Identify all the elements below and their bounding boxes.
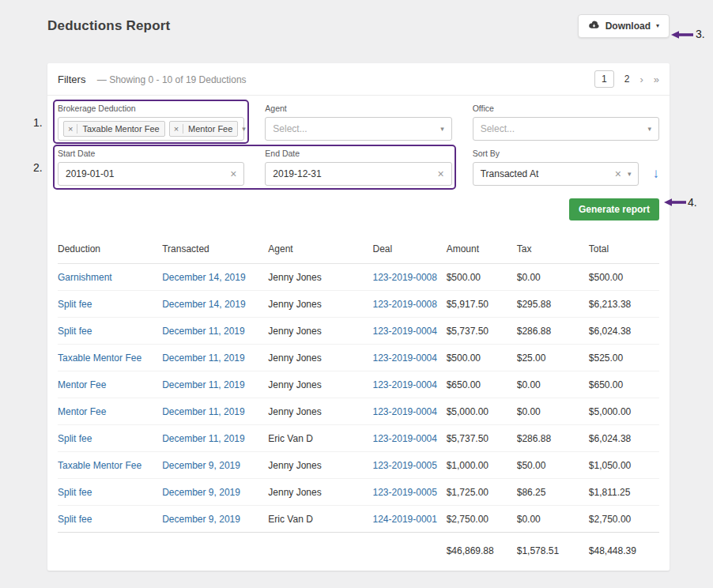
generate-report-button[interactable]: Generate report	[569, 198, 659, 220]
download-button[interactable]: Download ▾	[578, 14, 670, 38]
table-cell: Split fee	[58, 479, 162, 506]
sort-by-select[interactable]: Transacted At × ▾	[473, 162, 639, 186]
office-select[interactable]: Select... ▾	[473, 117, 659, 141]
table-cell: $86.25	[517, 479, 589, 506]
table-cell: $1,050.00	[589, 452, 659, 479]
transacted-date-link[interactable]: December 14, 2019	[162, 272, 245, 283]
start-date-input[interactable]: 2019-01-01 ×	[58, 162, 244, 186]
cloud-download-icon	[588, 21, 600, 32]
totals-row: $46,869.88 $1,578.51 $48,448.39	[58, 533, 659, 562]
remove-tag-icon[interactable]: ×	[64, 124, 77, 134]
deduction-link[interactable]: Split fee	[58, 326, 92, 337]
deduction-link[interactable]: Mentor Fee	[58, 406, 106, 417]
annotation-arrow-3	[671, 30, 693, 40]
deal-number-link[interactable]: 123-2019-0004	[373, 352, 437, 364]
sort-direction-descending-icon[interactable]: ↓	[652, 166, 659, 182]
end-date-input[interactable]: 2019-12-31 ×	[265, 162, 451, 186]
table-cell: $0.00	[517, 371, 589, 398]
deduction-link[interactable]: Mentor Fee	[58, 379, 106, 390]
transacted-date-link[interactable]: December 11, 2019	[162, 406, 245, 417]
annotation-number-2: 2.	[33, 161, 43, 174]
transacted-date-link[interactable]: December 9, 2019	[162, 514, 240, 525]
page-1-button[interactable]: 1	[594, 70, 614, 88]
transacted-date-link[interactable]: December 11, 2019	[162, 379, 245, 390]
table-cell: December 11, 2019	[162, 371, 268, 398]
table-row: Taxable Mentor FeeDecember 9, 2019Jenny …	[58, 452, 659, 479]
table-cell: $1,000.00	[447, 452, 517, 479]
deal-number-link[interactable]: 123-2019-0004	[373, 406, 437, 417]
transacted-date-link[interactable]: December 11, 2019	[162, 352, 245, 364]
table-cell: $2,750.00	[447, 506, 517, 533]
download-label: Download	[605, 21, 651, 32]
deduction-link[interactable]: Taxable Mentor Fee	[58, 460, 141, 471]
chevron-down-icon: ▾	[628, 170, 632, 178]
table-cell: 123-2019-0008	[373, 264, 447, 291]
deduction-link[interactable]: Split fee	[58, 433, 92, 444]
transacted-date-link[interactable]: December 9, 2019	[162, 487, 240, 498]
start-date-value: 2019-01-01	[66, 168, 114, 179]
table-cell	[162, 533, 268, 562]
table-cell: December 9, 2019	[162, 452, 268, 479]
last-page-button[interactable]: »	[654, 74, 659, 85]
brokerage-deduction-label: Brokerage Deduction	[58, 104, 244, 114]
table-cell: Garnishment	[58, 264, 162, 291]
clear-icon[interactable]: ×	[615, 168, 621, 179]
tax-value: $86.25	[517, 487, 546, 498]
transacted-date-link[interactable]: December 9, 2019	[162, 460, 240, 471]
agent-name: Jenny Jones	[268, 352, 321, 364]
results-summary: — Showing 0 - 10 of 19 Deductions	[97, 74, 247, 85]
deal-number-link[interactable]: 123-2019-0005	[373, 460, 437, 471]
amount-value: $5,737.50	[447, 433, 489, 444]
total-value: $6,024.38	[589, 433, 631, 444]
table-cell: Split fee	[58, 291, 162, 318]
deduction-link[interactable]: Split fee	[58, 299, 92, 310]
table-cell: $5,917.50	[447, 291, 517, 318]
transacted-date-link[interactable]: December 14, 2019	[162, 299, 245, 310]
table-cell: 123-2019-0004	[373, 371, 447, 398]
deal-number-link[interactable]: 123-2019-0004	[373, 433, 437, 444]
card-header: Filters — Showing 0 - 10 of 19 Deduction…	[47, 63, 670, 96]
deduction-link[interactable]: Split fee	[58, 487, 92, 498]
annotation-number-4: 4.	[688, 196, 697, 209]
agent-select[interactable]: Select... ▾	[265, 117, 451, 141]
deal-number-link[interactable]: 124-2019-0001	[373, 514, 437, 525]
filters-title: Filters	[58, 74, 85, 85]
deduction-link[interactable]: Taxable Mentor Fee	[58, 352, 141, 364]
deal-number-link[interactable]: 123-2019-0005	[373, 487, 437, 498]
deduction-link[interactable]: Garnishment	[58, 272, 112, 283]
tax-value: $286.88	[517, 433, 551, 444]
total-value: $500.00	[589, 272, 623, 283]
office-label: Office	[473, 104, 659, 114]
agent-name: Jenny Jones	[268, 299, 321, 310]
total-grand-total: $48,448.39	[589, 533, 659, 562]
selected-tag: × Taxable Mentor Fee	[63, 121, 165, 137]
table-cell: 123-2019-0004	[373, 425, 447, 452]
next-page-button[interactable]: ›	[639, 74, 643, 85]
agent-name: Jenny Jones	[268, 379, 321, 390]
clear-icon[interactable]: ×	[230, 168, 236, 179]
brokerage-deduction-filter: Brokerage Deduction × Taxable Mentor Fee…	[58, 104, 244, 141]
brokerage-deduction-select[interactable]: × Taxable Mentor Fee × Mentor Fee ▾	[58, 117, 244, 141]
deductions-report-page: Deductions Report Download ▾ Filters — S…	[0, 0, 713, 588]
clear-icon[interactable]: ×	[437, 168, 443, 179]
deal-number-link[interactable]: 123-2019-0008	[373, 272, 437, 283]
remove-tag-icon[interactable]: ×	[170, 124, 183, 134]
total-value: $1,811.25	[589, 487, 631, 498]
transacted-date-link[interactable]: December 11, 2019	[162, 326, 245, 337]
page-2-button[interactable]: 2	[624, 74, 630, 85]
amount-value: $5,000.00	[447, 406, 489, 417]
agent-name: Jenny Jones	[268, 326, 321, 337]
table-cell: Mentor Fee	[58, 371, 162, 398]
transacted-date-link[interactable]: December 11, 2019	[162, 433, 245, 444]
total-value: $6,213.38	[589, 299, 631, 310]
deal-number-link[interactable]: 123-2019-0008	[373, 299, 437, 310]
deduction-link[interactable]: Split fee	[58, 514, 92, 525]
table-cell: December 9, 2019	[162, 506, 268, 533]
deal-number-link[interactable]: 123-2019-0004	[373, 379, 437, 390]
generate-row: Generate report	[47, 198, 670, 220]
deal-number-link[interactable]: 123-2019-0004	[373, 326, 437, 337]
table-cell: $525.00	[589, 345, 659, 371]
total-value: $525.00	[589, 352, 623, 364]
agent-filter: Agent Select... ▾	[265, 104, 451, 141]
table-row: Mentor FeeDecember 11, 2019Jenny Jones12…	[58, 371, 659, 398]
